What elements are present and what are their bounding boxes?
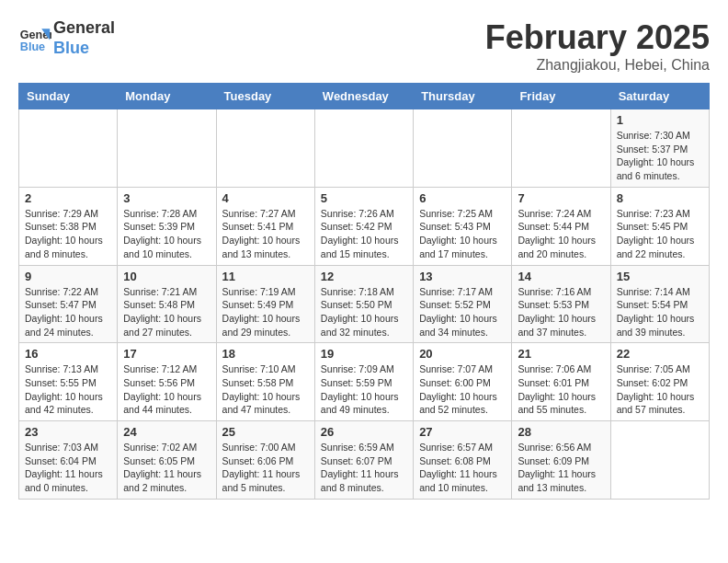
- calendar-header-row: Sunday Monday Tuesday Wednesday Thursday…: [19, 84, 710, 109]
- calendar-table: Sunday Monday Tuesday Wednesday Thursday…: [18, 83, 710, 500]
- table-row: 25Sunrise: 7:00 AM Sunset: 6:06 PM Dayli…: [216, 421, 314, 500]
- logo: General Blue General Blue: [18, 18, 115, 58]
- table-row: 18Sunrise: 7:10 AM Sunset: 5:58 PM Dayli…: [216, 343, 314, 421]
- day-info: Sunrise: 7:21 AM Sunset: 5:48 PM Dayligh…: [123, 285, 210, 339]
- header: General Blue General Blue February 2025 …: [18, 18, 710, 74]
- calendar-week-5: 23Sunrise: 7:03 AM Sunset: 6:04 PM Dayli…: [19, 421, 710, 500]
- day-number: 10: [123, 270, 210, 283]
- day-number: 14: [518, 270, 604, 283]
- month-title: February 2025: [485, 18, 710, 57]
- day-info: Sunrise: 6:59 AM Sunset: 6:07 PM Dayligh…: [321, 441, 407, 495]
- day-info: Sunrise: 7:30 AM Sunset: 5:37 PM Dayligh…: [617, 129, 703, 183]
- title-area: February 2025 Zhangjiakou, Hebei, China: [485, 18, 710, 74]
- table-row: [414, 109, 512, 188]
- day-number: 25: [222, 425, 309, 439]
- day-number: 3: [123, 191, 210, 205]
- col-thursday: Thursday: [414, 84, 512, 109]
- day-info: Sunrise: 7:16 AM Sunset: 5:53 PM Dayligh…: [518, 285, 604, 339]
- table-row: 15Sunrise: 7:14 AM Sunset: 5:54 PM Dayli…: [610, 265, 709, 343]
- day-number: 13: [419, 270, 506, 283]
- day-info: Sunrise: 7:00 AM Sunset: 6:06 PM Dayligh…: [222, 441, 309, 495]
- logo-general: General: [53, 18, 115, 39]
- calendar-week-1: 1Sunrise: 7:30 AM Sunset: 5:37 PM Daylig…: [19, 109, 710, 188]
- calendar-week-3: 9Sunrise: 7:22 AM Sunset: 5:47 PM Daylig…: [19, 265, 710, 343]
- day-number: 23: [25, 425, 111, 439]
- location: Zhangjiakou, Hebei, China: [485, 57, 710, 74]
- table-row: 2Sunrise: 7:29 AM Sunset: 5:38 PM Daylig…: [19, 187, 118, 265]
- day-number: 1: [617, 113, 703, 127]
- day-info: Sunrise: 7:28 AM Sunset: 5:39 PM Dayligh…: [123, 207, 210, 261]
- table-row: 12Sunrise: 7:18 AM Sunset: 5:50 PM Dayli…: [314, 265, 413, 343]
- table-row: 26Sunrise: 6:59 AM Sunset: 6:07 PM Dayli…: [314, 421, 413, 500]
- day-number: 9: [25, 270, 111, 283]
- col-friday: Friday: [512, 84, 610, 109]
- day-info: Sunrise: 7:19 AM Sunset: 5:49 PM Dayligh…: [222, 285, 309, 339]
- table-row: 23Sunrise: 7:03 AM Sunset: 6:04 PM Dayli…: [19, 421, 118, 500]
- day-number: 18: [222, 347, 309, 361]
- day-info: Sunrise: 7:13 AM Sunset: 5:55 PM Dayligh…: [25, 362, 111, 417]
- table-row: 1Sunrise: 7:30 AM Sunset: 5:37 PM Daylig…: [610, 109, 709, 188]
- page: General Blue General Blue February 2025 …: [0, 0, 728, 509]
- day-info: Sunrise: 7:25 AM Sunset: 5:43 PM Dayligh…: [419, 207, 506, 261]
- day-info: Sunrise: 7:06 AM Sunset: 6:01 PM Dayligh…: [518, 362, 604, 417]
- col-saturday: Saturday: [610, 84, 709, 109]
- day-info: Sunrise: 7:23 AM Sunset: 5:45 PM Dayligh…: [617, 207, 703, 261]
- calendar-week-2: 2Sunrise: 7:29 AM Sunset: 5:38 PM Daylig…: [19, 187, 710, 265]
- day-number: 19: [321, 347, 407, 361]
- day-number: 5: [321, 191, 407, 205]
- table-row: 5Sunrise: 7:26 AM Sunset: 5:42 PM Daylig…: [314, 187, 413, 265]
- day-number: 24: [123, 425, 210, 439]
- day-number: 4: [222, 191, 309, 205]
- day-info: Sunrise: 6:56 AM Sunset: 6:09 PM Dayligh…: [518, 441, 604, 495]
- table-row: [512, 109, 610, 188]
- col-tuesday: Tuesday: [216, 84, 314, 109]
- day-number: 20: [419, 347, 506, 361]
- table-row: [314, 109, 413, 188]
- col-sunday: Sunday: [19, 84, 118, 109]
- table-row: 10Sunrise: 7:21 AM Sunset: 5:48 PM Dayli…: [118, 265, 216, 343]
- day-number: 8: [617, 191, 703, 205]
- day-number: 6: [419, 191, 506, 205]
- table-row: 11Sunrise: 7:19 AM Sunset: 5:49 PM Dayli…: [216, 265, 314, 343]
- day-info: Sunrise: 7:29 AM Sunset: 5:38 PM Dayligh…: [25, 207, 111, 261]
- day-info: Sunrise: 7:12 AM Sunset: 5:56 PM Dayligh…: [123, 362, 210, 417]
- table-row: 17Sunrise: 7:12 AM Sunset: 5:56 PM Dayli…: [118, 343, 216, 421]
- day-info: Sunrise: 7:09 AM Sunset: 5:59 PM Dayligh…: [321, 362, 407, 417]
- svg-text:Blue: Blue: [20, 40, 45, 52]
- table-row: 19Sunrise: 7:09 AM Sunset: 5:59 PM Dayli…: [314, 343, 413, 421]
- day-info: Sunrise: 7:07 AM Sunset: 6:00 PM Dayligh…: [419, 362, 506, 417]
- table-row: 9Sunrise: 7:22 AM Sunset: 5:47 PM Daylig…: [19, 265, 118, 343]
- day-number: 26: [321, 425, 407, 439]
- day-info: Sunrise: 7:10 AM Sunset: 5:58 PM Dayligh…: [222, 362, 309, 417]
- day-number: 11: [222, 270, 309, 283]
- day-number: 16: [25, 347, 111, 361]
- day-number: 2: [25, 191, 111, 205]
- table-row: 7Sunrise: 7:24 AM Sunset: 5:44 PM Daylig…: [512, 187, 610, 265]
- table-row: 16Sunrise: 7:13 AM Sunset: 5:55 PM Dayli…: [19, 343, 118, 421]
- table-row: [19, 109, 118, 188]
- calendar-week-4: 16Sunrise: 7:13 AM Sunset: 5:55 PM Dayli…: [19, 343, 710, 421]
- table-row: 24Sunrise: 7:02 AM Sunset: 6:05 PM Dayli…: [118, 421, 216, 500]
- day-info: Sunrise: 7:24 AM Sunset: 5:44 PM Dayligh…: [518, 207, 604, 261]
- logo-blue: Blue: [53, 39, 115, 59]
- table-row: 14Sunrise: 7:16 AM Sunset: 5:53 PM Dayli…: [512, 265, 610, 343]
- table-row: 13Sunrise: 7:17 AM Sunset: 5:52 PM Dayli…: [414, 265, 512, 343]
- table-row: 22Sunrise: 7:05 AM Sunset: 6:02 PM Dayli…: [610, 343, 709, 421]
- day-info: Sunrise: 7:02 AM Sunset: 6:05 PM Dayligh…: [123, 441, 210, 495]
- table-row: 4Sunrise: 7:27 AM Sunset: 5:41 PM Daylig…: [216, 187, 314, 265]
- day-number: 17: [123, 347, 210, 361]
- day-number: 15: [617, 270, 703, 283]
- day-info: Sunrise: 7:22 AM Sunset: 5:47 PM Dayligh…: [25, 285, 111, 339]
- day-info: Sunrise: 6:57 AM Sunset: 6:08 PM Dayligh…: [419, 441, 506, 495]
- col-wednesday: Wednesday: [314, 84, 413, 109]
- day-info: Sunrise: 7:17 AM Sunset: 5:52 PM Dayligh…: [419, 285, 506, 339]
- table-row: [118, 109, 216, 188]
- day-number: 22: [617, 347, 703, 361]
- col-monday: Monday: [118, 84, 216, 109]
- table-row: 6Sunrise: 7:25 AM Sunset: 5:43 PM Daylig…: [414, 187, 512, 265]
- day-info: Sunrise: 7:14 AM Sunset: 5:54 PM Dayligh…: [617, 285, 703, 339]
- table-row: [610, 421, 709, 500]
- table-row: [216, 109, 314, 188]
- table-row: 21Sunrise: 7:06 AM Sunset: 6:01 PM Dayli…: [512, 343, 610, 421]
- table-row: 27Sunrise: 6:57 AM Sunset: 6:08 PM Dayli…: [414, 421, 512, 500]
